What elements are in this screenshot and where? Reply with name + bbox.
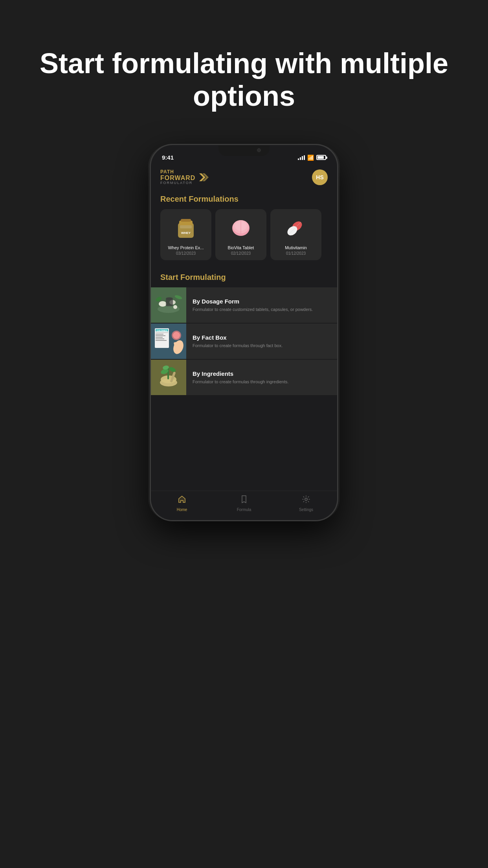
svg-rect-28	[156, 334, 163, 335]
dosage-image	[151, 287, 186, 323]
factbox-content: By Fact Box Formulator to create formula…	[186, 329, 337, 353]
phone-screen: 9:41 📶 P	[151, 145, 337, 520]
nav-home-label: Home	[177, 508, 187, 512]
card-name-whey: Whey Protein Ex...	[168, 245, 204, 250]
start-formulating-section: Start Formulating	[151, 270, 337, 395]
card-name-biovita: BioVita Tablet	[228, 245, 254, 250]
card-image-biovita	[225, 214, 257, 241]
formula-icon	[240, 495, 248, 506]
phone-mockup: 9:41 📶 P	[150, 144, 338, 521]
factbox-desc: Formulator to create formulas through fa…	[193, 343, 331, 349]
svg-rect-4	[180, 225, 192, 228]
formulate-items-list: By Dosage Form Formulator to create cust…	[151, 287, 337, 395]
svg-text:CALORIES: CALORIES	[157, 329, 167, 332]
dosage-title: By Dosage Form	[193, 298, 331, 305]
formulate-item-factbox[interactable]: CALORIES	[151, 324, 337, 359]
svg-point-18	[173, 305, 177, 309]
factbox-title: By Fact Box	[193, 334, 331, 341]
phone-frame: 9:41 📶 P	[150, 144, 338, 521]
svg-point-45	[305, 498, 307, 500]
card-date-biovita: 02/12/2023	[231, 251, 251, 256]
dosage-content: By Dosage Form Formulator to create cust…	[186, 293, 337, 317]
ingredients-title: By Ingredients	[193, 370, 331, 377]
recent-formulations-list: WHEY Whey Protein Ex... 03/12/2023	[151, 209, 337, 260]
front-camera	[257, 148, 261, 152]
recent-card-biovita[interactable]: BioVita Tablet 02/12/2023	[215, 209, 266, 260]
app-header: PATH FORWARD FORMULATOR HS	[151, 165, 337, 192]
nav-home[interactable]: Home	[151, 495, 213, 512]
ingredients-image	[151, 360, 186, 395]
logo-path: PATH	[160, 169, 195, 175]
svg-point-36	[173, 332, 180, 339]
logo-forward: FORWARD	[160, 175, 195, 182]
card-date-multivitamin: 01/12/2023	[286, 251, 306, 256]
recent-card-whey[interactable]: WHEY Whey Protein Ex... 03/12/2023	[160, 209, 211, 260]
formulate-item-ingredients[interactable]: By Ingredients Formulator to create form…	[151, 360, 337, 395]
settings-icon	[302, 495, 310, 506]
battery-icon	[316, 155, 326, 160]
user-avatar[interactable]: HS	[312, 169, 328, 185]
status-time: 9:41	[162, 154, 174, 161]
ingredients-content: By Ingredients Formulator to create form…	[186, 366, 337, 390]
logo-text: PATH FORWARD FORMULATOR	[160, 169, 195, 186]
svg-text:WHEY: WHEY	[181, 231, 191, 235]
factbox-image: CALORIES	[151, 324, 186, 359]
nav-formula-label: Formula	[237, 508, 251, 512]
svg-point-22	[166, 297, 173, 300]
home-icon	[178, 495, 186, 506]
nav-settings-label: Settings	[299, 508, 313, 512]
recent-card-multivitamin[interactable]: Mutivitamin 01/12/2023	[270, 209, 321, 260]
logo-formulator: FORMULATOR	[160, 181, 195, 185]
svg-rect-30	[156, 337, 163, 338]
start-formulating-title: Start Formulating	[151, 270, 337, 287]
status-icons: 📶	[298, 154, 326, 161]
card-date-whey: 03/12/2023	[176, 251, 196, 256]
svg-rect-29	[156, 335, 165, 336]
signal-bar-4	[304, 155, 305, 160]
wifi-icon: 📶	[307, 154, 314, 161]
svg-rect-6	[181, 219, 191, 222]
signal-bar-2	[300, 157, 301, 160]
formulate-item-dosage[interactable]: By Dosage Form Formulator to create cust…	[151, 287, 337, 323]
phone-notch	[218, 145, 270, 156]
svg-rect-31	[156, 338, 164, 339]
signal-bar-3	[302, 156, 303, 160]
app-content: Recent Formulations WHEY	[151, 191, 337, 519]
logo-arrow-icon	[198, 172, 209, 183]
bottom-navigation: Home Formula	[151, 491, 337, 520]
ingredients-desc: Formulator to create formulas through in…	[193, 379, 331, 385]
recent-formulations-title: Recent Formulations	[151, 191, 337, 209]
svg-rect-27	[156, 332, 168, 333]
card-name-multivitamin: Mutivitamin	[285, 245, 307, 250]
svg-point-16	[159, 301, 167, 307]
signal-icon	[298, 155, 305, 160]
battery-fill	[317, 156, 324, 159]
signal-bar-1	[298, 158, 299, 160]
dosage-desc: Formulator to create customized tablets,…	[193, 307, 331, 313]
card-image-whey: WHEY	[170, 214, 202, 241]
card-image-multivitamin	[280, 214, 312, 241]
nav-settings[interactable]: Settings	[275, 495, 337, 512]
hero-title: Start formulating with multiple options	[0, 0, 488, 136]
svg-rect-32	[156, 340, 167, 341]
app-logo: PATH FORWARD FORMULATOR	[160, 169, 209, 186]
nav-formula[interactable]: Formula	[213, 495, 275, 512]
